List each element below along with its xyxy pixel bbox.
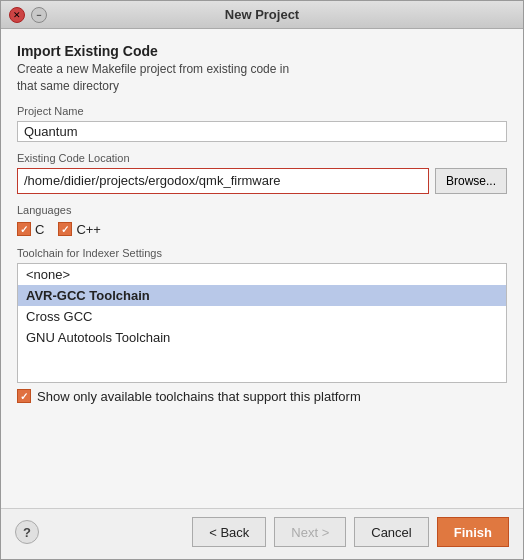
cpp-checkbox-item[interactable]: C++ (58, 222, 101, 237)
platform-checkbox[interactable] (17, 389, 31, 403)
checkboxes-row: C C++ (17, 222, 507, 237)
toolchain-section: Toolchain for Indexer Settings <none> AV… (17, 247, 507, 498)
section-description: Create a new Makefile project from exist… (17, 61, 507, 95)
toolchain-item-none[interactable]: <none> (18, 264, 506, 285)
next-button[interactable]: Next > (274, 517, 346, 547)
cpp-checkbox[interactable] (58, 222, 72, 236)
back-button[interactable]: < Back (192, 517, 266, 547)
new-project-window: ✕ − New Project Import Existing Code Cre… (0, 0, 524, 560)
titlebar-buttons: ✕ − (9, 7, 47, 23)
project-name-group: Project Name (17, 105, 507, 142)
c-checkbox[interactable] (17, 222, 31, 236)
project-name-input[interactable] (17, 121, 507, 142)
main-content: Import Existing Code Create a new Makefi… (1, 29, 523, 508)
c-checkbox-item[interactable]: C (17, 222, 44, 237)
toolchain-item-cross-gcc[interactable]: Cross GCC (18, 306, 506, 327)
cpp-label: C++ (76, 222, 101, 237)
languages-label: Languages (17, 204, 507, 216)
c-label: C (35, 222, 44, 237)
code-location-input[interactable] (17, 168, 429, 194)
finish-button[interactable]: Finish (437, 517, 509, 547)
close-button[interactable]: ✕ (9, 7, 25, 23)
code-location-label: Existing Code Location (17, 152, 507, 164)
platform-checkbox-label: Show only available toolchains that supp… (37, 389, 361, 404)
toolchain-label: Toolchain for Indexer Settings (17, 247, 507, 259)
languages-section: Languages C C++ (17, 204, 507, 237)
header-section: Import Existing Code Create a new Makefi… (17, 43, 507, 95)
toolchain-item-gnu-autotools[interactable]: GNU Autotools Toolchain (18, 327, 506, 348)
close-icon: ✕ (13, 10, 21, 20)
platform-checkbox-item[interactable]: Show only available toolchains that supp… (17, 389, 507, 404)
browse-button[interactable]: Browse... (435, 168, 507, 194)
code-location-group: Existing Code Location Browse... (17, 152, 507, 194)
window-title: New Project (225, 7, 299, 22)
minimize-icon: − (36, 10, 41, 20)
code-location-row: Browse... (17, 168, 507, 194)
help-button[interactable]: ? (15, 520, 39, 544)
project-name-label: Project Name (17, 105, 507, 117)
titlebar: ✕ − New Project (1, 1, 523, 29)
toolchain-item-avr[interactable]: AVR-GCC Toolchain (18, 285, 506, 306)
minimize-button[interactable]: − (31, 7, 47, 23)
section-title: Import Existing Code (17, 43, 507, 59)
button-bar: ? < Back Next > Cancel Finish (1, 508, 523, 559)
cancel-button[interactable]: Cancel (354, 517, 428, 547)
toolchain-listbox[interactable]: <none> AVR-GCC Toolchain Cross GCC GNU A… (17, 263, 507, 383)
